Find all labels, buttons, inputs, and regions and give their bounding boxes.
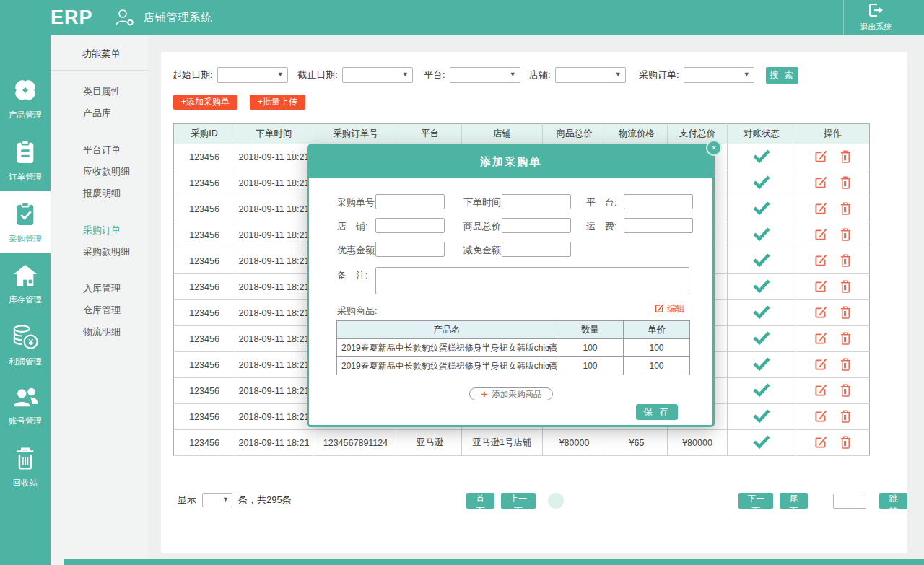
svg-text:¥: ¥ xyxy=(28,338,33,346)
menu-item-purchase-payments[interactable]: 采购款明细 xyxy=(51,241,148,263)
delete-icon[interactable] xyxy=(840,305,852,321)
page-size-select[interactable]: ▼ xyxy=(202,493,232,507)
menu-item-product-library[interactable]: 产品库 xyxy=(51,102,148,124)
delete-icon[interactable] xyxy=(840,201,852,217)
delete-icon[interactable] xyxy=(840,357,852,373)
last-page-button[interactable]: 尾页 xyxy=(780,493,808,509)
delete-icon[interactable] xyxy=(840,149,852,165)
page-number[interactable] xyxy=(642,493,658,509)
sidebar-item-inventory[interactable]: 库存管理 xyxy=(0,253,51,314)
cell-reconcile-status xyxy=(728,430,796,456)
sidebar-item-purchase[interactable]: 采购管理 xyxy=(0,191,51,253)
menu-item-purchase-orders[interactable]: 采购订单 xyxy=(51,219,148,241)
shop-select[interactable]: ▼ xyxy=(555,67,626,83)
edit-icon[interactable] xyxy=(814,383,827,399)
sidebar-item-recycle[interactable]: 回收站 xyxy=(0,435,51,497)
remark-textarea[interactable] xyxy=(375,267,689,294)
jump-page-input[interactable] xyxy=(833,494,866,509)
product-name-select[interactable]: ▼2019春夏新品中长款豹纹蛋糕裙修身半身裙女韩版chic高腰显瘦…… xyxy=(337,339,557,357)
deduction-input[interactable] xyxy=(502,242,571,257)
cell-reconcile-status xyxy=(728,222,796,248)
add-purchase-button[interactable]: +添加采购单 xyxy=(173,95,237,110)
delete-icon[interactable] xyxy=(840,331,852,347)
page-number[interactable] xyxy=(717,493,733,509)
next-page-button[interactable]: 下一页 xyxy=(738,493,773,509)
modal-platform-input[interactable] xyxy=(624,194,693,209)
delete-icon[interactable] xyxy=(840,175,852,191)
end-date-label: 截止日期: xyxy=(297,69,338,82)
save-button[interactable]: 保 存 xyxy=(636,404,678,420)
end-date-select[interactable]: ▼ xyxy=(342,67,413,83)
edit-icon[interactable] xyxy=(814,201,827,217)
product-name: 2019春夏新品中长款豹纹蛋糕裙修身半身裙女韩版chic高腰显瘦…… xyxy=(341,361,557,371)
edit-icon[interactable] xyxy=(814,253,827,269)
delete-icon[interactable] xyxy=(840,383,852,399)
delete-icon[interactable] xyxy=(840,227,852,243)
delete-icon[interactable] xyxy=(840,279,852,295)
delete-icon[interactable] xyxy=(840,409,852,425)
edit-icon[interactable] xyxy=(814,149,827,165)
edit-icon[interactable] xyxy=(814,331,827,347)
page-number[interactable] xyxy=(679,493,695,509)
clipboard-check-icon xyxy=(13,201,38,227)
search-button[interactable]: 搜 索 xyxy=(766,67,798,84)
delete-icon[interactable] xyxy=(840,253,852,269)
purchase-order-select[interactable]: ▼ xyxy=(684,67,754,83)
discount-input[interactable] xyxy=(375,242,445,257)
page-number[interactable] xyxy=(661,493,676,509)
page-number[interactable] xyxy=(548,493,564,509)
product-qty: 100 xyxy=(557,339,624,357)
menu-item-warehouse[interactable]: 仓库管理 xyxy=(51,299,148,321)
goods-total-input[interactable] xyxy=(502,218,571,233)
freight-input[interactable] xyxy=(624,218,693,233)
start-date-label: 起始日期: xyxy=(173,69,213,82)
edit-icon[interactable] xyxy=(814,279,827,295)
menu-item-receivables[interactable]: 应收款明细 xyxy=(51,161,148,183)
batch-upload-button[interactable]: +批量上传 xyxy=(250,95,305,110)
cell-order-time: 2018-09-11 18:21 xyxy=(235,196,313,222)
menu-item-category-attrs[interactable]: 类目属性 xyxy=(51,81,148,102)
edit-icon[interactable] xyxy=(814,227,827,243)
edit-label: 编辑 xyxy=(667,303,685,315)
logout-label: 退出系统 xyxy=(860,22,892,32)
product-unit-price: 100 xyxy=(624,339,690,357)
page-number[interactable] xyxy=(623,493,639,509)
close-icon[interactable]: × xyxy=(706,140,722,156)
add-product-button[interactable]: ＋ 添加采购商品 xyxy=(469,387,553,400)
cell-actions xyxy=(796,248,870,274)
start-date-select[interactable]: ▼ xyxy=(217,67,288,83)
order-time-input[interactable] xyxy=(502,194,571,209)
first-page-button[interactable]: 首页 xyxy=(466,493,494,509)
logout-button[interactable]: 退出系统 xyxy=(843,0,908,35)
sidebar-item-orders[interactable]: 订单管理 xyxy=(0,129,51,191)
edit-icon[interactable] xyxy=(814,305,827,321)
page-number[interactable] xyxy=(698,493,714,509)
edit-icon[interactable] xyxy=(814,409,827,425)
jump-button[interactable]: 跳转 xyxy=(879,493,907,509)
menu-item-inbound[interactable]: 入库管理 xyxy=(51,278,148,299)
menu-item-platform-orders[interactable]: 平台订单 xyxy=(51,139,148,161)
page-number[interactable] xyxy=(567,493,583,509)
sidebar-item-accounts[interactable]: 账号管理 xyxy=(0,376,51,435)
goods-total-label: 商品总价: xyxy=(463,220,504,233)
sidebar-item-products[interactable]: 产品管理 xyxy=(0,67,51,129)
menu-item-logistics[interactable]: 物流明细 xyxy=(51,321,148,343)
prev-page-button[interactable]: 上一页 xyxy=(501,493,536,509)
filter-end-date: 截止日期: ▼ xyxy=(297,67,413,83)
cell-actions xyxy=(796,326,870,352)
sidebar-item-profit[interactable]: ¥ 利润管理 xyxy=(0,314,51,376)
product-row: ▼2019春夏新品中长款豹纹蛋糕裙修身半身裙女韩版chic高腰显瘦…… 100 … xyxy=(337,339,690,357)
edit-icon[interactable] xyxy=(814,357,827,373)
product-name-select[interactable]: ▼2019春夏新品中长款豹纹蛋糕裙修身半身裙女韩版chic高腰显瘦…… xyxy=(337,357,557,375)
page-number[interactable] xyxy=(604,493,620,509)
page-number[interactable] xyxy=(585,493,601,509)
edit-products-link[interactable]: 编辑 xyxy=(654,303,685,315)
modal-shop-input[interactable] xyxy=(375,218,445,233)
platform-select[interactable]: ▼ xyxy=(450,67,520,83)
edit-icon[interactable] xyxy=(814,175,827,191)
delete-icon[interactable] xyxy=(840,435,852,451)
check-icon xyxy=(752,155,771,165)
purchase-no-input[interactable] xyxy=(375,194,445,209)
edit-icon[interactable] xyxy=(814,435,827,451)
menu-item-scrap-details[interactable]: 报废明细 xyxy=(51,183,148,204)
